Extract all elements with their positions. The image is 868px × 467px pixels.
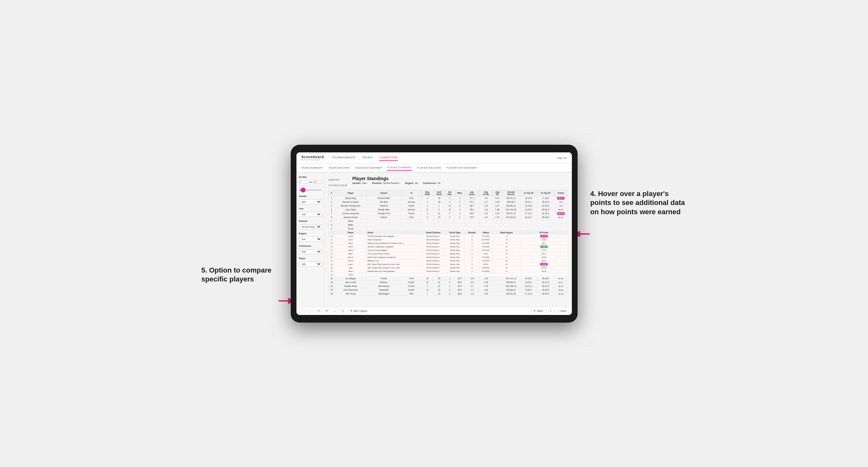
expanded-table-row[interactable]: 15 Jake I The Cypress Point Classic NCAA… <box>328 252 568 255</box>
view-original-button[interactable]: 👁 View: Original <box>348 309 369 313</box>
table-row[interactable]: 22 Ian Gilligan Florida Third 10 24 1 68… <box>328 276 568 280</box>
expanded-header-row: Player Event Event Division Event Type R… <box>328 230 568 234</box>
region-label: Region <box>299 232 322 235</box>
copy-button[interactable]: ⧉ <box>324 308 329 313</box>
nav-tournaments[interactable]: TOURNAMENTS <box>332 155 356 161</box>
no-rds-slider[interactable] <box>299 190 322 191</box>
table-row[interactable]: 9 Prestf <box>328 227 568 230</box>
no-rds-max-input[interactable] <box>313 180 322 184</box>
subnav-player-summary[interactable]: PLAYER SUMMARY <box>387 165 412 171</box>
year-label: Year <box>299 208 322 210</box>
table-row[interactable]: 4 Luke Claton Florida State Second 5 2 2… <box>328 208 568 211</box>
player-standings-table: # Player School Yr RegRank ConfRank NoRd… <box>328 190 568 296</box>
rank-1: 1 <box>328 196 335 200</box>
expanded-table-row[interactable]: 13 Pfoch Southern Highlands Collegiate N… <box>328 245 568 248</box>
region-select[interactable]: N/A <box>299 237 322 242</box>
expanded-table-row[interactable]: 18 Luke I SEC Match Play hosted by Jerry… <box>328 262 568 266</box>
clock-button[interactable]: ◷ <box>340 309 345 313</box>
download-button[interactable]: ⇓ <box>548 309 553 313</box>
sidebar-division: Division NCAA Division I <box>299 220 322 229</box>
no-rds-min-input[interactable] <box>299 180 309 184</box>
subnav-team-h2h-heatmap[interactable]: TEAM H2H HEATMAP <box>355 165 382 170</box>
sidebar-year: Year (All) <box>299 208 322 217</box>
col-wins: Wins <box>455 190 465 196</box>
sign-out-link[interactable]: Sign out <box>557 157 566 159</box>
range-separator: – <box>310 179 312 185</box>
expanded-table-row[interactable]: 14 Marie Amer An Intercollegiate NCAA Di… <box>328 248 568 252</box>
subnav-team-summary[interactable]: TEAM SUMMARY <box>302 165 323 170</box>
sidebar-no-rds: No Rds. – <box>299 176 322 192</box>
table-row[interactable]: 2 Michael La Sasso Ole Miss Second 1 18 … <box>328 200 568 204</box>
expanded-table-row[interactable]: 20 Mattl Mirabel Maui Jim Intercollegiat… <box>328 269 568 273</box>
top-nav: Scoreboard Powered by clippd TOURNAMENTS… <box>297 152 572 164</box>
col-conf-rank: ConfRank <box>433 190 445 196</box>
subnav-player-h2h-heatmap[interactable]: PLAYER H2H HEATMAP <box>446 165 477 170</box>
conference-select[interactable]: (All) <box>299 249 322 254</box>
expanded-table-row[interactable]: 17 David Williams Cup NCAA Division I St… <box>328 259 568 262</box>
no-rds-range: – <box>299 179 322 185</box>
player-1: Wenyi Ding <box>335 196 366 200</box>
logo-title: Scoreboard <box>302 155 324 159</box>
sidebar-player: Player (All) <box>299 257 322 267</box>
logo-area: Scoreboard Powered by clippd <box>302 155 324 161</box>
division-select[interactable]: NCAA Division I <box>299 224 322 229</box>
update-time-value: 27/01/2024 16:56:26 <box>328 184 347 186</box>
year-select[interactable]: (All) <box>299 212 322 217</box>
no-rds-label: No Rds. <box>299 176 322 178</box>
player-select[interactable]: (All) <box>299 262 322 267</box>
table-row[interactable]: 26 Petr Hruby Washington Fifth 7 23 0 68… <box>328 292 568 295</box>
gender-select[interactable]: Men <box>299 199 322 204</box>
table-row[interactable]: 7 Niche <box>328 219 568 223</box>
refresh-button[interactable]: ↻ <box>316 309 322 313</box>
share-label: Share <box>560 310 566 312</box>
col-rank: # <box>328 190 335 196</box>
dash-button[interactable]: — <box>332 309 338 313</box>
expanded-table-row[interactable]: 11 Gonb Tiger Invitational NCAA Division… <box>328 238 568 241</box>
nav-teams[interactable]: TEAMS <box>362 155 373 161</box>
table-row[interactable]: 24 Bastien Amat New Mexico Fourth 1 27 2… <box>328 284 568 288</box>
table-row[interactable]: 25 Cole Sherwood Vanderbilt Fourth 12 23… <box>328 288 568 292</box>
sidebar-conference: Conference (All) <box>299 245 322 254</box>
expanded-table-row[interactable]: 16 Alex C Fallen Oak Collegiate Invitati… <box>328 255 568 259</box>
table-row[interactable]: 3 Michael Thorbjornsen Stanford Fourth 1… <box>328 204 568 208</box>
player-label: Player <box>299 257 322 259</box>
forward-button[interactable]: → <box>308 309 314 313</box>
table-row[interactable]: 6 Jackson Koivun Auburn First 2 27 1 2 6… <box>328 215 568 219</box>
sidebar-gender: Gender Men <box>299 195 322 204</box>
table-row[interactable]: 1 Wenyi Ding Arizona State First 1 15 1 … <box>328 196 568 200</box>
filter-row: Gender: Men Division: NCAA Division I Re… <box>352 182 568 185</box>
annotation-left-text: 5. Option to compare specific players <box>202 266 272 283</box>
expanded-table-row[interactable]: 10 Jacob UNCW Seahawk Intercollegiate NC… <box>328 234 568 238</box>
watch-button[interactable]: 👁 Watch <box>531 309 546 313</box>
content-header: Update time:27/01/2024 16:56:26 Player S… <box>328 176 568 187</box>
annotation-right-text: 4. Hover over a player's points to see a… <box>590 190 685 216</box>
annotation-right: 4. Hover over a player's points to see a… <box>590 189 686 217</box>
conference-label: Conference <box>299 245 322 247</box>
col-vs25: Vs Top 25 <box>520 190 537 196</box>
watch-label: Watch <box>537 310 543 312</box>
view-icon: 👁 <box>350 310 352 312</box>
tablet-frame: Scoreboard Powered by clippd TOURNAMENTS… <box>291 145 578 322</box>
expanded-table-row[interactable]: 12 Breni Wake Forest Invitational at Pin… <box>328 241 568 245</box>
subnav-team-h2h-grid[interactable]: TEAM H2H GRID <box>328 165 350 170</box>
share-button[interactable]: < Share <box>556 309 569 313</box>
col-reg-rank: RegRank <box>422 190 433 196</box>
update-time-container: Update time:27/01/2024 16:56:26 <box>328 176 347 187</box>
table-row[interactable]: 5 Christo Lamprecht Georgia Tech Fourth … <box>328 211 568 215</box>
nav-committee[interactable]: COMMITTEE <box>379 155 398 161</box>
expanded-table-row[interactable]: 21 Tachi <box>328 273 568 276</box>
division-label: Division <box>299 220 322 222</box>
tablet-screen: Scoreboard Powered by clippd TOURNAMENTS… <box>297 152 572 315</box>
col-points: Points <box>554 190 568 196</box>
update-time-label: Update time:27/01/2024 16:56:26 <box>328 179 347 186</box>
expanded-table-row[interactable]: 19 Tiger SEC Stroke Play hosted by Jerry… <box>328 266 568 269</box>
yr-1: First <box>401 196 422 200</box>
back-button[interactable]: ← <box>300 309 305 313</box>
table-row[interactable]: 23 Jack Lundin Missouri Fourth 11 24 0 6… <box>328 280 568 284</box>
table-row[interactable]: 8 Matts <box>328 223 568 227</box>
sub-nav: TEAM SUMMARY TEAM H2H GRID TEAM H2H HEAT… <box>297 164 572 173</box>
nav-links: TOURNAMENTS TEAMS COMMITTEE <box>332 155 558 161</box>
col-adj-score: Adj.Score <box>465 190 479 196</box>
subnav-player-h2h-grid[interactable]: PLAYER H2H GRID <box>417 165 441 170</box>
col-avg-topar: Avgto-Par <box>479 190 493 196</box>
